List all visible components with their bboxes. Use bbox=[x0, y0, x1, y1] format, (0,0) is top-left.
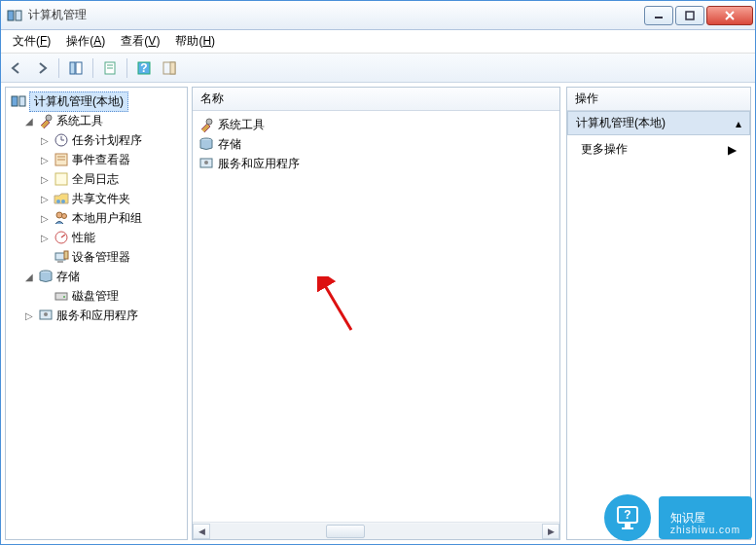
disk-icon bbox=[54, 288, 69, 304]
list-label: 服务和应用程序 bbox=[218, 156, 300, 172]
svg-point-28 bbox=[62, 214, 67, 219]
actions-section-title[interactable]: 计算机管理(本地) ▴ bbox=[567, 111, 750, 135]
back-button[interactable] bbox=[5, 56, 28, 80]
more-actions-link[interactable]: 更多操作 ▶ bbox=[567, 135, 750, 164]
tree-performance[interactable]: ▷ 性能 bbox=[8, 228, 185, 247]
title-bar[interactable]: 计算机管理 bbox=[1, 1, 755, 30]
toolbar-separator bbox=[126, 58, 127, 78]
list-pane: 名称 系统工具 存储 服务和应用程序 ◀ bbox=[192, 87, 560, 540]
list-item-storage[interactable]: 存储 bbox=[195, 134, 558, 154]
event-icon bbox=[54, 152, 69, 167]
tree-system-tools[interactable]: ◢ 系统工具 bbox=[8, 111, 185, 130]
expand-icon[interactable]: ▷ bbox=[23, 310, 35, 321]
svg-point-36 bbox=[63, 296, 65, 298]
tree-label: 事件查看器 bbox=[72, 152, 130, 168]
tree-label: 存储 bbox=[56, 269, 80, 285]
tree-global-log[interactable]: ▷ 全局日志 bbox=[8, 169, 185, 189]
tree-label: 磁盘管理 bbox=[72, 288, 119, 305]
scroll-track[interactable] bbox=[210, 524, 542, 539]
menu-view[interactable]: 查看(V) bbox=[113, 30, 167, 53]
collapse-icon: ▴ bbox=[736, 117, 741, 130]
tree-pane: 计算机管理(本地) ◢ 系统工具 ▷ 任务计划程序 ▷ 事件查看器 bbox=[5, 87, 188, 540]
column-header-name[interactable]: 名称 bbox=[193, 88, 559, 111]
svg-rect-14 bbox=[170, 62, 175, 74]
services-icon bbox=[38, 308, 54, 323]
svg-rect-0 bbox=[8, 11, 14, 20]
toolbar-separator bbox=[58, 58, 59, 78]
svg-rect-6 bbox=[70, 62, 75, 74]
svg-rect-15 bbox=[12, 96, 18, 106]
tree-storage[interactable]: ◢ 存储 bbox=[8, 267, 185, 286]
collapse-icon[interactable]: ◢ bbox=[23, 272, 35, 282]
tree-label: 性能 bbox=[72, 230, 95, 246]
expand-icon[interactable]: ▷ bbox=[39, 135, 51, 146]
list-body[interactable]: 系统工具 存储 服务和应用程序 bbox=[193, 111, 559, 522]
forward-button[interactable] bbox=[30, 56, 54, 80]
svg-text:?: ? bbox=[140, 61, 147, 75]
tree-label: 设备管理器 bbox=[72, 249, 130, 266]
close-button[interactable] bbox=[706, 6, 753, 25]
tree-device-manager[interactable]: 设备管理器 bbox=[8, 247, 185, 267]
users-icon bbox=[54, 210, 69, 226]
svg-rect-32 bbox=[57, 261, 63, 263]
tree-task-scheduler[interactable]: ▷ 任务计划程序 bbox=[8, 130, 185, 150]
expand-icon[interactable]: ▷ bbox=[39, 194, 51, 204]
expand-icon[interactable]: ▷ bbox=[39, 213, 51, 224]
svg-rect-35 bbox=[55, 293, 67, 300]
list-label: 系统工具 bbox=[218, 117, 265, 133]
tree-root-node[interactable]: 计算机管理(本地) bbox=[8, 91, 185, 111]
menu-bar: 文件(F) 操作(A) 查看(V) 帮助(H) bbox=[1, 30, 755, 54]
show-action-pane-button[interactable] bbox=[158, 56, 181, 80]
properties-button[interactable] bbox=[98, 56, 122, 80]
actions-section-label: 计算机管理(本地) bbox=[576, 115, 666, 131]
list-label: 存储 bbox=[218, 136, 241, 153]
menu-action[interactable]: 操作(A) bbox=[58, 30, 113, 53]
scroll-left-button[interactable]: ◀ bbox=[193, 524, 210, 539]
list-item-services[interactable]: 服务和应用程序 bbox=[195, 154, 558, 173]
tree-label: 任务计划程序 bbox=[72, 132, 142, 149]
svg-point-25 bbox=[56, 200, 60, 203]
menu-help[interactable]: 帮助(H) bbox=[167, 30, 223, 53]
tree-disk-management[interactable]: 磁盘管理 bbox=[8, 286, 185, 306]
horizontal-scrollbar[interactable]: ◀ ▶ bbox=[193, 522, 559, 539]
svg-rect-7 bbox=[76, 62, 82, 74]
more-actions-label: 更多操作 bbox=[581, 141, 628, 158]
svg-rect-16 bbox=[19, 96, 25, 106]
menu-file[interactable]: 文件(F) bbox=[5, 30, 58, 53]
navigation-tree[interactable]: 计算机管理(本地) ◢ 系统工具 ▷ 任务计划程序 ▷ 事件查看器 bbox=[6, 88, 187, 539]
tree-label: 服务和应用程序 bbox=[56, 308, 138, 324]
content-area: 计算机管理(本地) ◢ 系统工具 ▷ 任务计划程序 ▷ 事件查看器 bbox=[1, 83, 755, 544]
svg-rect-1 bbox=[16, 11, 21, 20]
window-title: 计算机管理 bbox=[28, 7, 642, 23]
services-icon bbox=[198, 156, 214, 171]
log-icon bbox=[54, 171, 69, 187]
scroll-thumb[interactable] bbox=[326, 525, 365, 538]
shared-folder-icon bbox=[54, 191, 69, 206]
tree-label: 计算机管理(本地) bbox=[29, 91, 128, 112]
svg-point-38 bbox=[44, 312, 48, 316]
minimize-button[interactable] bbox=[644, 6, 673, 25]
svg-point-39 bbox=[206, 119, 212, 125]
tools-icon bbox=[38, 113, 54, 128]
expand-icon[interactable]: ▷ bbox=[39, 233, 51, 243]
show-hide-tree-button[interactable] bbox=[64, 56, 88, 80]
maximize-button[interactable] bbox=[675, 6, 704, 25]
scroll-right-button[interactable]: ▶ bbox=[542, 524, 559, 539]
collapse-icon[interactable]: ◢ bbox=[23, 116, 35, 127]
svg-point-17 bbox=[46, 115, 52, 121]
help-button[interactable]: ? bbox=[132, 56, 156, 80]
tree-shared-folders[interactable]: ▷ 共享文件夹 bbox=[8, 189, 185, 208]
svg-point-27 bbox=[56, 212, 62, 218]
svg-rect-3 bbox=[686, 12, 694, 19]
tree-local-users[interactable]: ▷ 本地用户和组 bbox=[8, 208, 185, 228]
tree-event-viewer[interactable]: ▷ 事件查看器 bbox=[8, 150, 185, 169]
tree-label: 共享文件夹 bbox=[72, 191, 130, 207]
expand-icon[interactable]: ▷ bbox=[39, 155, 51, 165]
svg-point-42 bbox=[204, 161, 208, 164]
list-item-system-tools[interactable]: 系统工具 bbox=[195, 115, 558, 134]
tree-services-apps[interactable]: ▷ 服务和应用程序 bbox=[8, 306, 185, 325]
expand-icon[interactable]: ▷ bbox=[39, 174, 51, 185]
clock-icon bbox=[54, 132, 69, 148]
actions-pane: 操作 计算机管理(本地) ▴ 更多操作 ▶ bbox=[566, 87, 751, 540]
svg-rect-33 bbox=[64, 251, 68, 259]
